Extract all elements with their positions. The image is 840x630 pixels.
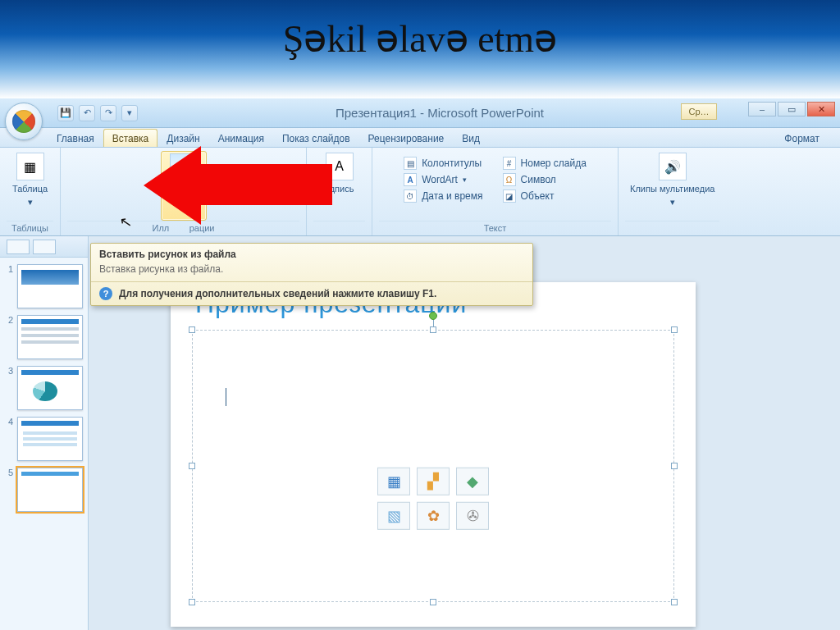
tab-format[interactable]: Формат — [775, 129, 840, 147]
tab-view[interactable]: Вид — [453, 129, 489, 147]
help-icon: ? — [99, 287, 112, 300]
speaker-icon: 🔊 — [659, 153, 687, 180]
thumb-number: 2 — [5, 315, 13, 325]
outer-slide-title: Şəkil əlavə etmə — [0, 16, 840, 61]
media-button[interactable]: 🔊 Клипы мультимедиа ▾ — [625, 151, 719, 208]
table-icon: ▦ — [16, 153, 44, 180]
slide-page[interactable]: Пример презентации ▦ ▞ ◆ ▧ ✿ ✇ — [171, 282, 696, 627]
slide-thumbnails: 1 2 3 4 5 — [0, 258, 89, 630]
thumb-3[interactable]: 3 — [5, 366, 83, 410]
content-icons: ▦ ▞ ◆ ▧ ✿ ✇ — [377, 467, 489, 529]
tab-design[interactable]: Дизайн — [158, 129, 208, 147]
quick-access-toolbar: 💾 ↶ ↷ ▾ — [57, 105, 138, 121]
ribbon-group-media: 🔊 Клипы мультимедиа ▾ — [619, 148, 726, 235]
thumb-number: 3 — [5, 366, 13, 376]
tab-home[interactable]: Главная — [48, 129, 103, 147]
qat-undo-icon[interactable]: ↶ — [79, 105, 95, 121]
object-label: Объект — [521, 190, 555, 202]
resize-handle[interactable] — [671, 326, 678, 333]
object-button[interactable]: ◪Объект — [500, 189, 590, 203]
tab-spacer — [489, 140, 775, 147]
text-col2: #Номер слайда ΩСимвол ◪Объект — [500, 153, 590, 221]
insert-media-icon[interactable]: ✇ — [456, 501, 489, 529]
dropdown-icon: ▾ — [670, 197, 675, 207]
thumb-number: 5 — [5, 468, 13, 477]
table-button[interactable]: ▦ Таблица ▾ — [7, 151, 53, 208]
tab-review[interactable]: Рецензирование — [359, 129, 454, 147]
thumb-4[interactable]: 4 — [5, 417, 83, 461]
resize-handle[interactable] — [671, 463, 678, 469]
slide-number-icon: # — [503, 157, 516, 170]
datetime-button[interactable]: ⏱Дата и время — [400, 189, 486, 203]
wordart-icon: A — [404, 173, 417, 186]
window-title: Презентация1 - Microsoft PowerPoint — [138, 106, 840, 120]
tab-animation[interactable]: Анимация — [209, 129, 273, 147]
tooltip-footer: ? Для получения дополнительных сведений … — [91, 281, 532, 305]
ribbon-group-text: ▤Колонтитулы AWordArt▾ ⏱Дата и время #Но… — [372, 148, 619, 235]
picture-button[interactable]: Рисунок — [161, 151, 207, 221]
slide-number-button[interactable]: #Номер слайда — [500, 156, 590, 171]
thumb-number: 4 — [5, 417, 13, 427]
thumb-1[interactable]: 1 — [5, 264, 83, 308]
datetime-label: Дата и время — [422, 190, 482, 202]
maximize-button[interactable]: ▭ — [778, 102, 806, 116]
thumb-5[interactable]: 5 — [5, 468, 83, 512]
resize-handle[interactable] — [430, 326, 436, 333]
dropdown-icon: ▾ — [463, 176, 467, 184]
group-label-text: Текст — [379, 221, 611, 235]
content-placeholder[interactable]: ▦ ▞ ◆ ▧ ✿ ✇ — [192, 330, 674, 602]
header-footer-icon: ▤ — [404, 157, 417, 170]
picture-icon — [170, 153, 198, 181]
office-button[interactable] — [5, 103, 43, 140]
wordart-button[interactable]: AWordArt▾ — [400, 172, 486, 187]
insert-clipart-icon[interactable]: ✿ — [417, 501, 450, 529]
tab-slideshow[interactable]: Показ слайдов — [273, 129, 359, 147]
resize-handle[interactable] — [189, 463, 195, 469]
text-col1: ▤Колонтитулы AWordArt▾ ⏱Дата и время — [400, 153, 486, 221]
insert-picture-icon[interactable]: ▧ — [377, 501, 410, 529]
symbol-label: Символ — [521, 174, 556, 185]
minimize-button[interactable]: – — [748, 102, 776, 116]
picture-button-label: Рисунок — [167, 185, 201, 194]
tooltip-footer-text: Для получения дополнительных сведений на… — [119, 288, 436, 299]
ribbon-group-tables: ▦ Таблица ▾ Таблицы — [0, 148, 61, 235]
header-footer-button[interactable]: ▤Колонтитулы — [400, 156, 486, 171]
symbol-button[interactable]: ΩСимвол — [500, 172, 590, 187]
tab-insert[interactable]: Вставка — [103, 129, 158, 147]
dropdown-icon: ▾ — [28, 197, 33, 207]
textbox-button[interactable]: A адпись — [317, 151, 363, 195]
group-label-empty1 — [313, 221, 365, 235]
textbox-icon: A — [326, 153, 354, 180]
ribbon-group-textbox-partial: A адпись — [307, 148, 372, 235]
outer-slide: Şəkil əlavə etmə 💾 ↶ ↷ ▾ Презентация1 - … — [0, 0, 840, 630]
resize-handle[interactable] — [430, 599, 436, 605]
group-label-illustrations: Илл рации — [67, 221, 299, 235]
insert-chart-icon[interactable]: ▞ — [417, 467, 450, 495]
rotate-handle[interactable] — [429, 312, 437, 320]
tooltip-body: Вставка рисунка из файла. — [91, 262, 532, 281]
window-controls: – ▭ ✕ — [748, 102, 835, 116]
thumb-number: 1 — [5, 264, 13, 274]
resize-handle[interactable] — [189, 599, 195, 605]
pane-tabs — [0, 236, 89, 258]
qat-redo-icon[interactable]: ↷ — [100, 105, 116, 121]
object-icon: ◪ — [503, 189, 516, 203]
qat-save-icon[interactable]: 💾 — [57, 105, 74, 121]
ribbon-tabs: Главная Вставка Дизайн Анимация Показ сл… — [0, 128, 840, 148]
slides-pane-tab[interactable] — [7, 240, 30, 254]
ribbon-group-illustrations: Рисунок Илл рации — [61, 148, 307, 235]
insert-smartart-icon[interactable]: ◆ — [456, 467, 489, 495]
datetime-icon: ⏱ — [404, 189, 417, 203]
group-label-media — [625, 221, 719, 235]
resize-handle[interactable] — [189, 326, 195, 333]
powerpoint-window: 💾 ↶ ↷ ▾ Презентация1 - Microsoft PowerPo… — [0, 98, 840, 630]
contextual-tab-label[interactable]: Ср… — [681, 103, 717, 120]
insert-table-icon[interactable]: ▦ — [377, 467, 410, 495]
tooltip-title: Вставить рисунок из файла — [91, 244, 532, 262]
outline-pane-tab[interactable] — [33, 240, 56, 254]
thumb-2[interactable]: 2 — [5, 315, 83, 359]
text-caret — [226, 388, 226, 406]
close-button[interactable]: ✕ — [807, 102, 835, 116]
qat-customize-icon[interactable]: ▾ — [121, 105, 138, 121]
resize-handle[interactable] — [671, 599, 678, 605]
